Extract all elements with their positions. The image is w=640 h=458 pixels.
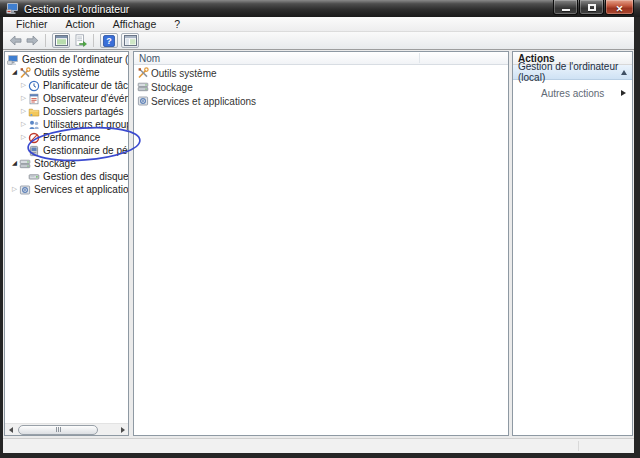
tree-item-label: Performance [43,132,100,143]
scroll-left-icon [9,427,13,433]
device-manager-icon [28,145,40,157]
local-users-groups-icon [28,119,40,131]
collapse-expander-icon[interactable] [19,133,28,142]
tree-item-label: Dossiers partagés [43,106,124,117]
performance-icon [28,132,40,144]
menubar: Fichier Action Affichage ? [3,17,634,32]
scroll-left-button[interactable] [5,424,16,436]
toolbar-separator [45,34,46,47]
close-icon [616,0,624,16]
content-area: Gestion de l'ordinateur (local) Outils s… [3,50,634,438]
statusbar [3,438,634,453]
collapse-expander-icon[interactable] [10,185,19,194]
statusbar-separator [578,441,579,451]
export-list-button[interactable] [73,35,87,47]
toolbar-separator [93,34,94,47]
minimize-icon [562,9,570,11]
svg-text:?: ? [106,36,112,46]
minimize-button[interactable] [553,0,578,15]
tree-item-label: Gestion de l'ordinateur (local) [22,54,128,65]
collapse-expander-icon[interactable] [19,94,28,103]
column-header-label: Nom [139,53,160,64]
list-item-system-tools[interactable]: Outils système [134,67,508,79]
tree-item-computer-management[interactable]: Gestion de l'ordinateur (local) [5,53,128,66]
tree-item-label: Observateur d'événeme [43,93,128,104]
results-list-panel: Nom Outils système St [133,51,509,436]
console-tree: Gestion de l'ordinateur (local) Outils s… [5,53,128,422]
tree-item-event-viewer[interactable]: Observateur d'événeme [5,92,128,105]
system-tools-icon [137,67,149,79]
show-console-window-button[interactable] [52,33,70,48]
menu-help[interactable]: ? [165,17,189,32]
back-icon [9,35,22,46]
close-button[interactable] [605,0,634,15]
tree-item-label: Planificateur de tâches [43,80,128,91]
collapse-up-icon [621,70,627,75]
collapse-expander-icon[interactable] [10,159,19,168]
menu-affichage[interactable]: Affichage [104,17,166,32]
column-header-nom[interactable]: Nom [134,52,508,65]
export-list-icon [74,34,87,47]
computer-management-window: Gestion de l'ordinateur Fichier Action A… [0,0,640,458]
tree-item-storage[interactable]: Stockage [5,157,128,170]
scroll-right-icon [121,427,125,433]
tree-item-device-manager[interactable]: Gestionnaire de périphé [5,144,128,157]
tree-item-disk-management[interactable]: Gestion des disques [5,170,128,183]
column-separator[interactable] [419,53,420,63]
tree-item-label: Outils système [34,67,100,78]
forward-button[interactable] [25,35,39,47]
menu-action[interactable]: Action [57,17,104,32]
actions-section-computer-management[interactable]: Gestion de l'ordinateur (local) [513,65,632,80]
list-item-storage[interactable]: Stockage [134,81,508,93]
back-button[interactable] [8,35,22,47]
list-item-label: Outils système [151,68,217,79]
collapse-expander-icon[interactable] [10,68,19,77]
collapse-expander-icon[interactable] [19,120,28,129]
tree-item-local-users-groups[interactable]: Utilisateurs et groupes l [5,118,128,131]
actions-item-label: Autres actions [541,88,604,99]
window-controls [553,0,634,15]
services-applications-icon [19,184,31,196]
forward-icon [26,35,39,46]
tree-item-services-applications[interactable]: Services et applications [5,183,128,196]
tree-item-label: Stockage [34,158,76,169]
console-window-icon [55,35,68,46]
list-item-label: Services et applications [151,96,256,107]
tree-item-label: Services et applications [34,184,128,195]
scrollbar-thumb[interactable] [18,425,98,435]
window-title: Gestion de l'ordinateur [24,3,129,15]
storage-icon [19,158,31,170]
submenu-arrow-icon [621,90,626,96]
list-item-services-applications[interactable]: Services et applications [134,95,508,107]
computer-management-icon[interactable] [6,2,19,15]
tree-item-performance[interactable]: Performance [5,131,128,144]
thumb-grip [58,427,59,432]
show-hide-console-tree-button[interactable] [121,33,139,48]
event-viewer-icon [28,93,40,105]
tree-horizontal-scrollbar[interactable] [5,423,128,435]
system-tools-icon [19,67,31,79]
actions-panel: Actions Gestion de l'ordinateur (local) … [512,51,633,436]
actions-item-autres-actions[interactable]: Autres actions [513,86,632,100]
tree-item-shared-folders[interactable]: Dossiers partagés [5,105,128,118]
list-item-label: Stockage [151,82,193,93]
thumb-grip [56,427,57,432]
collapse-expander-icon[interactable] [19,107,28,116]
tree-item-label: Gestion des disques [43,171,128,182]
task-scheduler-icon [28,80,40,92]
scroll-right-button[interactable] [117,424,128,436]
help-button[interactable]: ? [100,33,118,48]
thumb-grip [60,427,61,432]
tree-item-task-scheduler[interactable]: Planificateur de tâches [5,79,128,92]
help-icon: ? [103,35,115,47]
tree-item-label: Gestionnaire de périphé [43,145,128,156]
collapse-expander-icon[interactable] [19,81,28,90]
maximize-button[interactable] [579,0,604,15]
tree-item-system-tools[interactable]: Outils système [5,66,128,79]
menu-fichier[interactable]: Fichier [7,17,57,32]
computer-management-icon [7,54,19,66]
titlebar[interactable]: Gestion de l'ordinateur [0,0,640,17]
expander-placeholder [19,172,28,181]
console-tree-panel: Gestion de l'ordinateur (local) Outils s… [4,51,129,436]
tree-item-label: Utilisateurs et groupes l [43,119,128,130]
